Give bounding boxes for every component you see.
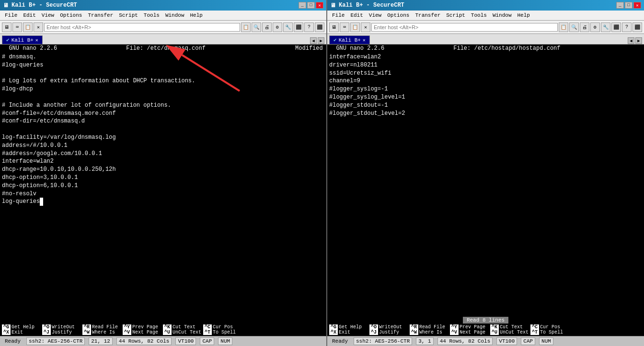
- right-window-icon: 🖥: [330, 2, 336, 9]
- tb-btn-5[interactable]: 📋: [241, 22, 251, 32]
- tab-icon-left: ✔: [6, 37, 10, 43]
- nano-cmd-read-file: ^RRead File: [410, 324, 448, 330]
- tab-nav-right-btn[interactable]: ▶: [318, 37, 324, 44]
- tb-btn-12[interactable]: ⬛: [315, 22, 324, 32]
- right-minimize-button[interactable]: _: [616, 2, 624, 9]
- left-title-bar: 🖥 Kali B+ - SecureCRT _ □ ✕: [0, 0, 326, 11]
- nano-cmd-where-is: ^WWhere Is: [82, 330, 121, 335]
- nano-cmd-cut-text: ^KCut Text: [163, 324, 201, 330]
- right-status-num: NUM: [539, 337, 553, 345]
- right-title-bar: 🖥 Kali B+ - SecureCRT _ □ ✕: [327, 0, 644, 11]
- tab-icon-right: ✔: [334, 37, 337, 43]
- menu-script-left[interactable]: Script: [116, 11, 141, 19]
- right-tb-btn-11[interactable]: ?: [622, 22, 632, 32]
- menu-tools-right[interactable]: Tools: [468, 11, 490, 19]
- left-terminal-content[interactable]: GNU nano 2.2.6 File: /etc/dnsmasq.conf M…: [0, 45, 326, 336]
- host-input-left[interactable]: [44, 23, 240, 32]
- right-tb-btn-2[interactable]: ⌨: [340, 22, 349, 32]
- menu-options-right[interactable]: Options: [384, 11, 412, 19]
- nano-cmd-exit: ^XExit: [2, 330, 40, 335]
- left-status-term: VT100: [175, 337, 196, 345]
- menu-edit-right[interactable]: Edit: [347, 11, 366, 19]
- tab-nav-left-btn[interactable]: ◀: [310, 37, 317, 44]
- tab-label-right: Kali B+: [339, 37, 361, 43]
- left-nano-titlebar: GNU nano 2.2.6 File: /etc/dnsmasq.conf M…: [0, 45, 326, 52]
- left-nano-body[interactable]: # dnsmasq. #log-queries # Log lots of ex…: [0, 52, 326, 324]
- nano-cmd-uncut-text: ^UUnCut Text: [490, 330, 529, 335]
- minimize-button[interactable]: _: [299, 2, 306, 9]
- right-tb-btn-6[interactable]: 🔍: [569, 22, 579, 32]
- tb-btn-1[interactable]: 🖥: [2, 22, 12, 32]
- left-tab-bar: ✔ Kali B+ ✕ ◀ ▶: [0, 34, 326, 45]
- left-status-position: 21, 12: [89, 337, 113, 345]
- left-status-bar: Ready ssh2: AES-256-CTR 21, 12 44 Rows, …: [0, 336, 326, 346]
- tb-btn-8[interactable]: ⚙: [273, 22, 282, 32]
- right-nano-body[interactable]: interface=wlan2 driver=nl80211 ssid=Ucre…: [327, 52, 644, 316]
- right-tb-btn-5[interactable]: 📋: [559, 22, 568, 32]
- left-status-encryption: ssh2: AES-256-CTR: [26, 337, 85, 345]
- right-tb-btn-1[interactable]: 🖥: [329, 22, 339, 32]
- right-tb-btn-10[interactable]: ⬛: [611, 22, 621, 32]
- tb-btn-10[interactable]: ⬛: [294, 22, 303, 32]
- tb-btn-6[interactable]: 🔍: [252, 22, 261, 32]
- tb-btn-4[interactable]: ✕: [34, 22, 43, 32]
- left-nano-footer: ^GGet Help^OWriteOut^RRead File^YPrev Pa…: [0, 324, 326, 336]
- left-title-text: Kali B+ - SecureCRT: [12, 2, 77, 9]
- menu-help-left[interactable]: Help: [187, 11, 205, 19]
- left-toolbar: 🖥 ⌨ 📋 ✕ 📋 🔍 🖨 ⚙ 🔧 ⬛ ? ⬛: [0, 21, 326, 34]
- nano-cmd-cur-pos: ^CCur Pos: [530, 324, 569, 330]
- menu-view-right[interactable]: View: [366, 11, 384, 19]
- right-tb-btn-9[interactable]: 🔧: [601, 22, 610, 32]
- nano-cmd-cut-text: ^KCut Text: [490, 324, 529, 330]
- menu-file-right[interactable]: File: [329, 11, 347, 19]
- nano-cmd-uncut-text: ^UUnCut Text: [163, 330, 201, 335]
- menu-options-left[interactable]: Options: [57, 11, 85, 19]
- menu-transfer-right[interactable]: Transfer: [412, 11, 443, 19]
- nano-cmd-writeout: ^OWriteOut: [369, 324, 408, 330]
- tb-btn-7[interactable]: 🖨: [262, 22, 272, 32]
- tb-btn-9[interactable]: 🔧: [283, 22, 293, 32]
- right-tb-btn-8[interactable]: ⚙: [590, 22, 600, 32]
- menu-script-right[interactable]: Script: [443, 11, 468, 19]
- right-terminal-content[interactable]: GNU nano 2.2.6 File: /etc/hostapd/hostap…: [327, 45, 644, 336]
- menu-window-left[interactable]: Window: [162, 11, 187, 19]
- right-maximize-button[interactable]: □: [625, 2, 632, 9]
- right-tb-btn-3[interactable]: 📋: [350, 22, 360, 32]
- menu-window-right[interactable]: Window: [490, 11, 515, 19]
- menu-file-left[interactable]: File: [2, 11, 20, 19]
- right-status-bar: Ready ssh2: AES-256-CTR 3, 1 44 Rows, 82…: [327, 336, 644, 346]
- menu-view-left[interactable]: View: [39, 11, 57, 19]
- right-tb-btn-4[interactable]: ✕: [361, 22, 370, 32]
- left-status-cap: CAP: [200, 337, 214, 345]
- right-status-term: VT100: [496, 337, 517, 345]
- tab-close-left[interactable]: ✕: [35, 37, 38, 43]
- nano-cmd-writeout: ^OWriteOut: [42, 324, 80, 330]
- menu-help-right[interactable]: Help: [514, 11, 532, 19]
- left-menu-bar: File Edit View Options Transfer Script T…: [0, 11, 326, 21]
- tb-btn-11[interactable]: ?: [304, 22, 314, 32]
- tb-btn-2[interactable]: ⌨: [12, 22, 22, 32]
- close-button[interactable]: ✕: [316, 2, 323, 9]
- tab-kali-left[interactable]: ✔ Kali B+ ✕: [2, 35, 43, 44]
- right-tab-nav-right-btn[interactable]: ▶: [635, 37, 642, 44]
- tb-btn-3[interactable]: 📋: [23, 22, 33, 32]
- left-status-num: NUM: [218, 337, 232, 345]
- menu-transfer-left[interactable]: Transfer: [85, 11, 116, 19]
- right-tab-nav-left-btn[interactable]: ◀: [628, 37, 634, 44]
- right-tb-btn-12[interactable]: ⬛: [632, 22, 642, 32]
- right-close-button[interactable]: ✕: [633, 2, 641, 9]
- right-tb-btn-7[interactable]: 🖨: [580, 22, 589, 32]
- nano-cmd-to-spell: ^TTo Spell: [530, 330, 569, 335]
- left-terminal-panel: 🖥 Kali B+ - SecureCRT _ □ ✕ File Edit Vi…: [0, 0, 327, 346]
- right-status-encryption: ssh2: AES-256-CTR: [354, 337, 412, 345]
- menu-edit-left[interactable]: Edit: [20, 11, 38, 19]
- host-input-right[interactable]: [371, 23, 558, 32]
- nano-cmd-prev-page: ^YPrev Page: [123, 324, 161, 330]
- read-lines-banner: Read 8 lines: [463, 317, 508, 324]
- tab-close-right[interactable]: ✕: [363, 37, 366, 43]
- maximize-button[interactable]: □: [307, 2, 315, 9]
- menu-tools-left[interactable]: Tools: [141, 11, 162, 19]
- nano-cmd-prev-page: ^YPrev Page: [450, 324, 488, 330]
- nano-cmd-to-spell: ^TTo Spell: [203, 330, 242, 335]
- tab-kali-right[interactable]: ✔ Kali B+ ✕: [329, 35, 370, 44]
